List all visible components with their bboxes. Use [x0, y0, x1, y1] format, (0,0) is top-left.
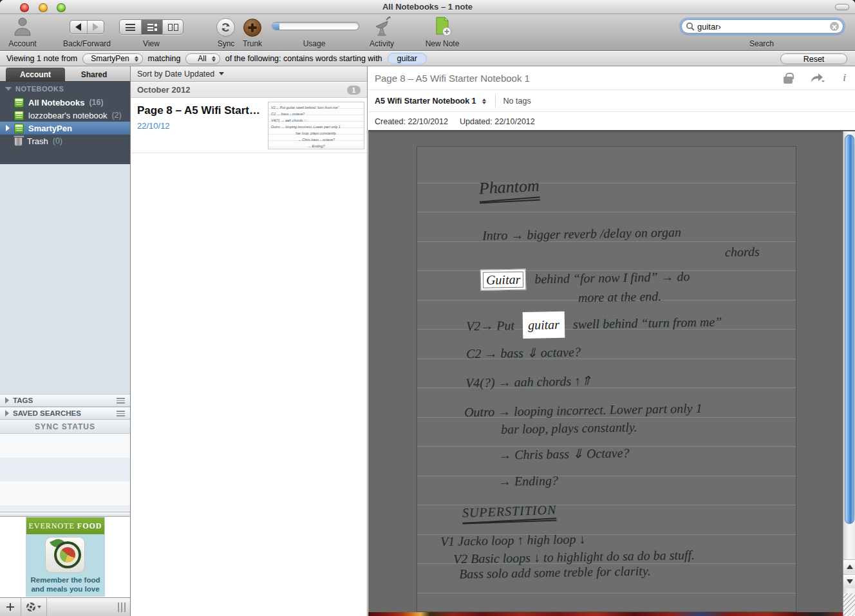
new-note-button[interactable]	[432, 16, 453, 39]
sidebar-item-label: SmartyPen	[28, 124, 72, 133]
section-menu-icon[interactable]	[117, 411, 125, 416]
sidebar-item-label: lozzobear's notebook	[28, 111, 107, 120]
notebooks-header-label: NOTEBOOKS	[15, 85, 64, 93]
info-icon[interactable]: i	[843, 71, 846, 84]
saved-searches-section-header[interactable]: SAVED SEARCHES	[0, 407, 130, 420]
share-arrow-icon	[811, 73, 826, 83]
group-count-badge: 1	[347, 86, 361, 95]
note-content-area: Phantom Intro → bigger reverb /delay on …	[368, 130, 855, 616]
add-button[interactable]	[0, 598, 21, 616]
account-button[interactable]	[13, 16, 32, 39]
tab-account[interactable]: Account	[6, 68, 65, 82]
chevron-down-icon	[219, 72, 224, 75]
sidebar-item-label: All Notebooks	[28, 98, 84, 107]
note-header-row: Page 8 – A5 Wifi Starter Notebook 1 i	[368, 66, 855, 90]
scrollbar-thumb[interactable]	[845, 135, 854, 524]
tags-section-header[interactable]: TAGS	[0, 394, 130, 407]
window-resize-grip[interactable]	[843, 593, 855, 616]
notebook-filter-value: SmartyPen	[91, 54, 129, 63]
disclosure-triangle-icon	[5, 410, 9, 416]
share-button[interactable]	[811, 73, 825, 82]
activity-label: Activity	[362, 39, 401, 48]
reset-button[interactable]: Reset	[780, 53, 847, 64]
trunk-button[interactable]	[243, 19, 261, 37]
search-input[interactable]	[695, 22, 830, 32]
activity-button[interactable]	[372, 16, 391, 39]
vertical-scrollbar[interactable]	[843, 131, 855, 616]
note-count: (0)	[53, 136, 62, 145]
sidebar-tabs: Account Shared	[0, 66, 130, 82]
sidebar-bottom-bar	[0, 597, 130, 616]
sidebar-item-label: Trash	[27, 136, 48, 146]
note-count: (2)	[111, 111, 121, 120]
usage-label: Usage	[282, 39, 346, 48]
sync-status-header: SYNC STATUS	[0, 420, 130, 434]
new-note-icon	[432, 16, 453, 37]
created-date: Created: 22/10/2012	[375, 117, 448, 126]
search-match-highlight: Guitar	[480, 269, 527, 291]
note-count: (16)	[89, 98, 103, 107]
promo-area: EVERNOTE FOOD Remember the food and meal…	[0, 517, 130, 597]
forward-button[interactable]	[88, 21, 104, 33]
gear-icon	[26, 602, 35, 611]
search-label: Search	[729, 39, 794, 48]
sync-icon	[220, 22, 231, 33]
sidebar-splitter[interactable]	[0, 512, 130, 517]
back-forward-label: Back/Forward	[55, 39, 119, 48]
divider	[495, 95, 496, 107]
tags-field[interactable]: No tags	[503, 97, 531, 106]
desktop-strip	[368, 612, 843, 616]
note-meta-row: A5 Wifi Starter Notebook 1 No tags	[368, 91, 855, 112]
sort-label: Sort by Date Updated	[137, 70, 214, 79]
matching-text: matching	[148, 54, 181, 63]
lock-icon[interactable]	[784, 77, 793, 84]
scroll-up-button[interactable]	[843, 559, 855, 574]
ad-header: EVERNOTE FOOD	[26, 518, 104, 534]
group-label: October 2012	[137, 85, 190, 95]
match-mode-value: All	[198, 54, 206, 63]
list-view-icon	[126, 24, 135, 31]
search-filter-bar: Viewing 1 note from SmartyPen matching A…	[0, 51, 855, 66]
window-title: All Notebooks – 1 note	[0, 2, 855, 12]
sidebar-item-lozzobears-notebook[interactable]: lozzobear's notebook (2)	[0, 109, 130, 122]
snippet-view-button[interactable]	[142, 20, 163, 34]
clear-search-icon[interactable]	[830, 22, 839, 31]
back-button[interactable]	[70, 21, 88, 33]
sidebar-item-trash[interactable]: Trash (0)	[0, 135, 130, 147]
ad-title-evernote: EVERNOTE	[29, 521, 75, 531]
scroll-down-button[interactable]	[843, 574, 855, 588]
search-term-pill[interactable]: guitar	[388, 53, 427, 64]
handwriting-line: swell behind “turn from me”	[573, 315, 722, 332]
sync-button[interactable]	[216, 18, 235, 37]
sidebar-item-smartypen[interactable]: SmartyPen	[0, 122, 130, 135]
notebooks-panel: NOTEBOOKS All Notebooks (16) lozzobear's…	[0, 82, 130, 164]
handwriting-line: → Ending?	[498, 473, 558, 489]
disclosure-triangle-icon[interactable]	[6, 125, 10, 131]
match-mode-select[interactable]: All	[185, 53, 220, 64]
notebook-icon	[14, 124, 24, 133]
handwriting-line: C2 → bass ⇓ octave?	[466, 344, 581, 361]
toolbar-toggle-button[interactable]	[835, 4, 849, 10]
gear-menu-button[interactable]	[21, 598, 47, 616]
card-view-button[interactable]	[163, 20, 183, 34]
notebooks-section-header[interactable]: NOTEBOOKS	[0, 82, 130, 96]
sync-status-label: SYNC STATUS	[35, 422, 95, 431]
sushi-app-icon	[45, 537, 85, 573]
tab-shared[interactable]: Shared	[65, 68, 123, 82]
section-menu-icon[interactable]	[117, 398, 125, 404]
sort-header[interactable]: Sort by Date Updated	[131, 66, 367, 82]
list-view-button[interactable]	[120, 20, 142, 34]
notebook-select[interactable]: A5 Wifi Starter Notebook 1	[375, 97, 486, 106]
sidebar-item-all-notebooks[interactable]: All Notebooks (16)	[0, 96, 130, 109]
ad-body: Remember the food and meals you love	[26, 534, 104, 596]
note-list-item[interactable]: Page 8 – A5 Wifi Start… 22/10/12 V2→ Put…	[131, 98, 367, 153]
note-item-title: Page 8 – A5 Wifi Start…	[137, 104, 260, 117]
resize-grip-icon[interactable]	[118, 602, 126, 612]
satellite-dish-icon	[372, 16, 391, 37]
notebook-filter-select[interactable]: SmartyPen	[82, 53, 142, 64]
evernote-food-ad[interactable]: EVERNOTE FOOD Remember the food and meal…	[26, 518, 104, 596]
search-field[interactable]	[681, 19, 843, 33]
arrow-down-icon	[847, 579, 853, 584]
forward-arrow-icon	[93, 23, 99, 31]
search-icon	[686, 22, 695, 31]
